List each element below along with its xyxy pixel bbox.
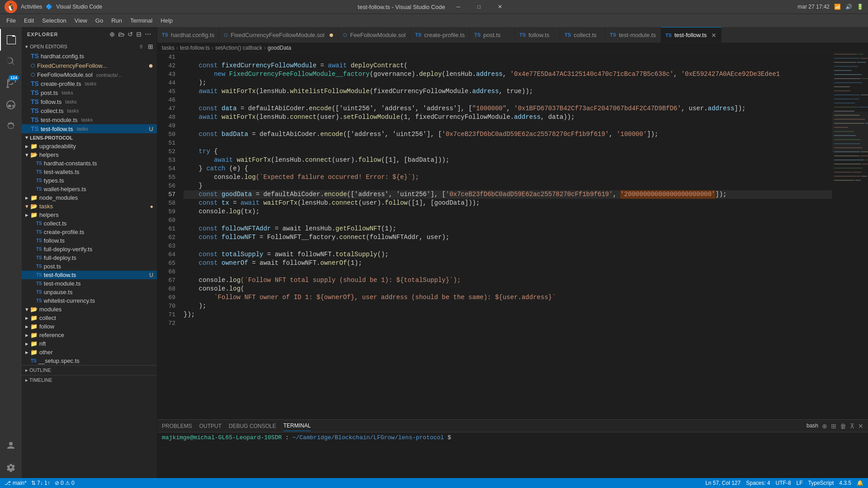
breadcrumb-gooddata[interactable]: goodData: [268, 45, 291, 51]
folder-node-modules[interactable]: ▸ 📁 node_modules: [22, 193, 157, 202]
activity-git[interactable]: 124: [0, 72, 22, 94]
file-full-deploy-ts[interactable]: TS full-deploy.ts: [22, 253, 157, 262]
open-editor-test-module[interactable]: TS test-module.ts tasks: [22, 115, 157, 124]
line-ending-item[interactable]: LF: [797, 480, 803, 486]
file-follow-ts[interactable]: TS follow.ts: [22, 236, 157, 245]
folder-modules[interactable]: ▾ 📂 modules: [22, 305, 157, 314]
folder-other[interactable]: ▸ 📁 other: [22, 348, 157, 357]
terminal-split-icon[interactable]: ⊞: [831, 422, 836, 430]
open-editor-create-profile[interactable]: TS create-profile.ts tasks: [22, 79, 157, 88]
position-item[interactable]: Ln 57, Col 127: [705, 480, 741, 486]
tab-collect[interactable]: TS collect.ts: [560, 27, 605, 42]
folder-follow[interactable]: ▸ 📁 follow: [22, 322, 157, 331]
terminal-close-icon[interactable]: ✕: [858, 422, 863, 430]
editor-scroll[interactable]: 41 42 43 44 45 46 47 48 49 50 51 52 53 5…: [157, 53, 868, 419]
menu-go[interactable]: Go: [92, 15, 107, 26]
minimize-button[interactable]: ─: [448, 0, 469, 14]
open-editors-header[interactable]: ▾ OPEN EDITORS 9 ⊞: [22, 42, 157, 52]
activity-extensions[interactable]: [0, 116, 22, 137]
open-editor-follow[interactable]: TS follow.ts tasks: [22, 97, 157, 106]
tab-fee-follow[interactable]: ⬡ FeeFollowModule.sol: [339, 27, 410, 42]
open-editor-test-follow[interactable]: TS test-follow.ts tasks U: [22, 124, 157, 133]
file-types[interactable]: TS types.ts: [22, 176, 157, 185]
activity-avatar[interactable]: [0, 435, 22, 456]
outline-section[interactable]: ▸ OUTLINE: [22, 365, 157, 375]
terminal-tab-output[interactable]: OUTPUT: [199, 421, 222, 431]
breadcrumb-tasks[interactable]: tasks: [162, 45, 175, 51]
file-full-deploy-verify-ts[interactable]: TS full-deploy-verify.ts: [22, 245, 157, 253]
terminal-maximize-icon[interactable]: ⊼: [850, 422, 854, 430]
file-test-follow-ts[interactable]: TS test-follow.ts U: [22, 271, 157, 279]
activities-label[interactable]: Activities: [21, 4, 42, 10]
file-whitelist-currency-ts[interactable]: TS whitelist-currency.ts: [22, 296, 157, 305]
open-editor-hardhat[interactable]: TS hardhat.config.ts: [22, 52, 157, 61]
refresh-icon[interactable]: ↺: [127, 31, 133, 38]
new-file-icon[interactable]: ⊕: [109, 31, 115, 38]
folder-tasks-helpers[interactable]: ▸ 📁 helpers: [22, 211, 157, 219]
terminal-kill-icon[interactable]: 🗑: [840, 422, 846, 430]
tab-create-profile[interactable]: TS create-profile.ts: [410, 27, 470, 42]
encoding-item[interactable]: UTF-8: [776, 480, 791, 486]
file-unpause-ts[interactable]: TS unpause.ts: [22, 288, 157, 296]
open-editor-fixed-currency[interactable]: ⬡ FixedCurrencyFeeFollow... ●: [22, 61, 157, 70]
breadcrumb-test-follow[interactable]: test-follow.ts: [180, 45, 210, 51]
menu-help[interactable]: Help: [157, 15, 176, 26]
terminal-tab-terminal[interactable]: TERMINAL: [283, 421, 311, 431]
tab-test-module[interactable]: TS test-module.ts: [605, 27, 661, 42]
folder-reference[interactable]: ▸ 📁 reference: [22, 331, 157, 339]
notifications-item[interactable]: 🔔: [857, 480, 863, 486]
open-editor-fee-follow[interactable]: ⬡ FeeFollowModule.sol contracts/...: [22, 70, 157, 79]
file-hardhat-constants[interactable]: TS hardhat-constants.ts: [22, 159, 157, 168]
collapse-icon[interactable]: ⊟: [136, 31, 142, 38]
new-folder-icon[interactable]: 🗁: [118, 31, 125, 38]
file-test-module-ts[interactable]: TS test-module.ts: [22, 279, 157, 288]
tab-post[interactable]: TS post.ts: [470, 27, 515, 42]
activity-settings[interactable]: [0, 456, 22, 478]
folder-collect[interactable]: ▸ 📁 collect: [22, 314, 157, 322]
tab-test-follow[interactable]: TS test-follow.ts ✕: [661, 27, 722, 42]
breadcrumb-setaction[interactable]: setAction() callback: [215, 45, 262, 51]
menu-view[interactable]: View: [71, 15, 91, 26]
activity-explorer[interactable]: [0, 29, 22, 51]
terminal-content[interactable]: majkimge@michal-GL65-Leopard-10SDR : ~/C…: [157, 432, 868, 478]
activity-search[interactable]: [0, 51, 22, 72]
menu-run[interactable]: Run: [108, 15, 126, 26]
close-button[interactable]: ✕: [490, 0, 510, 14]
tab-follow[interactable]: TS follow.ts: [515, 27, 560, 42]
more-icon[interactable]: ⋯: [145, 31, 151, 38]
folder-upgradeability[interactable]: ▸ 📁 upgradeability: [22, 142, 157, 150]
spaces-item[interactable]: Spaces: 4: [746, 480, 770, 486]
file-collect-ts[interactable]: TS collect.ts: [22, 219, 157, 228]
open-editor-collect[interactable]: TS collect.ts tasks: [22, 106, 157, 115]
menu-file[interactable]: File: [3, 15, 19, 26]
language-item[interactable]: TypeScript: [808, 480, 834, 486]
lens-protocol-header[interactable]: ▾ LENS-PROTOCOL: [22, 133, 157, 142]
git-branch-item[interactable]: ⎇ main*: [5, 480, 27, 486]
version-item[interactable]: 4.3.5: [839, 480, 851, 486]
file-post-ts[interactable]: TS post.ts: [22, 262, 157, 271]
errors-item[interactable]: ⊘ 0 ⚠ 0: [55, 480, 75, 486]
folder-helpers[interactable]: ▾ 📂 helpers: [22, 150, 157, 159]
timeline-section[interactable]: ▸ TIMELINE: [22, 375, 157, 385]
activity-debug[interactable]: [0, 94, 22, 116]
terminal-tab-problems[interactable]: PROBLEMS: [162, 421, 192, 431]
menu-selection[interactable]: Selection: [38, 15, 70, 26]
file-setup-spec[interactable]: TS __setup.spec.ts: [22, 357, 157, 365]
menu-edit[interactable]: Edit: [20, 15, 38, 26]
tab-hardhat[interactable]: TS hardhat.config.ts: [157, 27, 219, 42]
file-test-wallets[interactable]: TS test-wallets.ts: [22, 168, 157, 176]
tab-fixed-currency[interactable]: ⬡ FixedCurrencyFeeFollowModule.sol ●: [219, 27, 339, 42]
terminal-new-icon[interactable]: ⊕: [822, 422, 827, 430]
menu-terminal[interactable]: Terminal: [127, 15, 156, 26]
tab-close-icon[interactable]: ✕: [711, 32, 717, 39]
save-all-icon[interactable]: ⊞: [148, 43, 153, 50]
open-editor-post[interactable]: TS post.ts tasks: [22, 88, 157, 97]
sync-item[interactable]: ⇅ 7↓ 1↑: [31, 480, 50, 486]
code-content[interactable]: const fixedCurrencyFollowModule = await …: [180, 53, 832, 419]
terminal-tab-debug[interactable]: DEBUG CONSOLE: [229, 421, 276, 431]
maximize-button[interactable]: □: [469, 0, 490, 14]
folder-nft[interactable]: ▸ 📁 nft: [22, 339, 157, 348]
file-create-profile-ts[interactable]: TS create-profile.ts: [22, 228, 157, 236]
folder-tasks[interactable]: ▾ 📂 tasks ●: [22, 202, 157, 211]
file-wallet-helpers[interactable]: TS wallet-helpers.ts: [22, 185, 157, 193]
